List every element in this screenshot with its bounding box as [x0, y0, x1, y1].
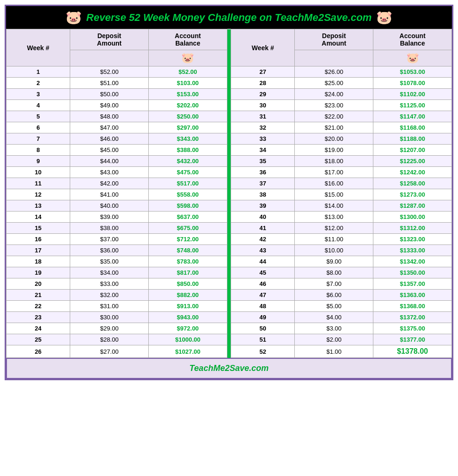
deposit-left: $45.00: [70, 145, 149, 156]
balance-left: $517.00: [148, 178, 227, 189]
table-row: 14$39.00$637.0040$13.00$1300.00: [7, 212, 452, 223]
balance-right: $1273.00: [373, 189, 452, 200]
week-num-right: 33: [231, 133, 295, 145]
deposit-right: $5.00: [295, 301, 373, 312]
col-header-balance-right: AccountBalance: [373, 29, 452, 50]
week-num-left: 5: [7, 111, 70, 122]
table-row: 4$49.00$202.0030$23.00$1125.00: [7, 100, 452, 111]
balance-left: $475.00: [148, 167, 227, 178]
balance-left: $675.00: [148, 223, 227, 234]
balance-right: $1147.00: [373, 111, 452, 122]
table-row: 22$31.00$913.0048$5.00$1368.00: [7, 301, 452, 312]
week-num-right: 41: [231, 223, 295, 234]
balance-left: $850.00: [148, 278, 227, 290]
week-num-right: 30: [231, 100, 295, 111]
week-num-right: 35: [231, 156, 295, 167]
table-row: 10$43.00$475.0036$17.00$1242.00: [7, 167, 452, 178]
week-num-left: 23: [7, 312, 70, 323]
deposit-left: $44.00: [70, 156, 149, 167]
balance-left: $598.00: [148, 200, 227, 212]
week-num-left: 10: [7, 167, 70, 178]
deposit-right: $12.00: [295, 223, 373, 234]
pig-icon-left: 🐷: [66, 10, 82, 25]
week-num-left: 14: [7, 212, 70, 223]
deposit-right: $15.00: [295, 189, 373, 200]
week-num-right: 50: [231, 323, 295, 334]
divider-cell: [227, 290, 231, 301]
divider-cell: [227, 200, 231, 212]
balance-right: $1312.00: [373, 223, 452, 234]
table-row: 13$40.00$598.0039$14.00$1287.00: [7, 200, 452, 212]
deposit-right: $24.00: [295, 89, 373, 100]
deposit-right: $21.00: [295, 122, 373, 133]
deposit-left: $30.00: [70, 312, 149, 323]
deposit-left: $49.00: [70, 100, 149, 111]
week-num-left: 20: [7, 278, 70, 290]
balance-left: $882.00: [148, 290, 227, 301]
week-num-right: 34: [231, 145, 295, 156]
week-num-left: 11: [7, 178, 70, 189]
divider-cell: [227, 234, 231, 245]
week-num-left: 21: [7, 290, 70, 301]
deposit-left: $37.00: [70, 234, 149, 245]
deposit-left: $32.00: [70, 290, 149, 301]
col-header-deposit-left: DepositAmount: [70, 29, 149, 50]
week-num-right: 27: [231, 66, 295, 78]
balance-left: $817.00: [148, 267, 227, 278]
balance-left: $153.00: [148, 89, 227, 100]
week-num-right: 47: [231, 290, 295, 301]
balance-right: $1242.00: [373, 167, 452, 178]
balance-right: $1188.00: [373, 133, 452, 145]
divider-cell: [227, 278, 231, 290]
deposit-left: $41.00: [70, 189, 149, 200]
balance-right: $1342.00: [373, 256, 452, 267]
deposit-right: $9.00: [295, 256, 373, 267]
week-num-right: 37: [231, 178, 295, 189]
col-header-deposit-icon-left: [70, 50, 149, 66]
divider-cell: [227, 145, 231, 156]
table-row: 21$32.00$882.0047$6.00$1363.00: [7, 290, 452, 301]
deposit-right: $8.00: [295, 267, 373, 278]
deposit-left: $39.00: [70, 212, 149, 223]
table-row: 1$52.00$52.0027$26.00$1053.00: [7, 66, 452, 78]
divider-cell: [227, 223, 231, 234]
week-num-left: 3: [7, 89, 70, 100]
week-num-left: 8: [7, 145, 70, 156]
deposit-left: $51.00: [70, 78, 149, 89]
balance-right: $1207.00: [373, 145, 452, 156]
table-row: 20$33.00$850.0046$7.00$1357.00: [7, 278, 452, 290]
deposit-left: $36.00: [70, 245, 149, 256]
week-num-left: 6: [7, 122, 70, 133]
balance-right: $1225.00: [373, 156, 452, 167]
table-row: 24$29.00$972.0050$3.00$1375.00: [7, 323, 452, 334]
divider-cell: [227, 111, 231, 122]
table-container: Week # DepositAmount AccountBalance Week…: [6, 29, 452, 358]
col-header-piggy-left: 🐷: [148, 50, 227, 66]
week-num-left: 4: [7, 100, 70, 111]
deposit-left: $27.00: [70, 345, 149, 358]
page-wrapper: 🐷 Reverse 52 Week Money Challenge on Tea…: [5, 5, 453, 380]
table-row: 18$35.00$783.0044$9.00$1342.00: [7, 256, 452, 267]
deposit-left: $38.00: [70, 223, 149, 234]
balance-left: $913.00: [148, 301, 227, 312]
week-num-left: 17: [7, 245, 70, 256]
table-row: 2$51.00$103.0028$25.00$1078.00: [7, 78, 452, 89]
week-num-right: 52: [231, 345, 295, 358]
divider-cell: [227, 245, 231, 256]
balance-left: $637.00: [148, 212, 227, 223]
balance-right: $1363.00: [373, 290, 452, 301]
deposit-right: $18.00: [295, 156, 373, 167]
divider-cell: [227, 156, 231, 167]
week-num-right: 42: [231, 234, 295, 245]
week-num-right: 51: [231, 334, 295, 345]
divider-cell: [227, 256, 231, 267]
balance-right: $1053.00: [373, 66, 452, 78]
week-num-left: 13: [7, 200, 70, 212]
deposit-right: $4.00: [295, 312, 373, 323]
page-title: Reverse 52 Week Money Challenge on Teach…: [86, 12, 372, 24]
deposit-right: $25.00: [295, 78, 373, 89]
balance-right: $1378.00: [373, 345, 452, 358]
balance-right: $1323.00: [373, 234, 452, 245]
balance-right: $1350.00: [373, 267, 452, 278]
page-header: 🐷 Reverse 52 Week Money Challenge on Tea…: [6, 6, 452, 29]
